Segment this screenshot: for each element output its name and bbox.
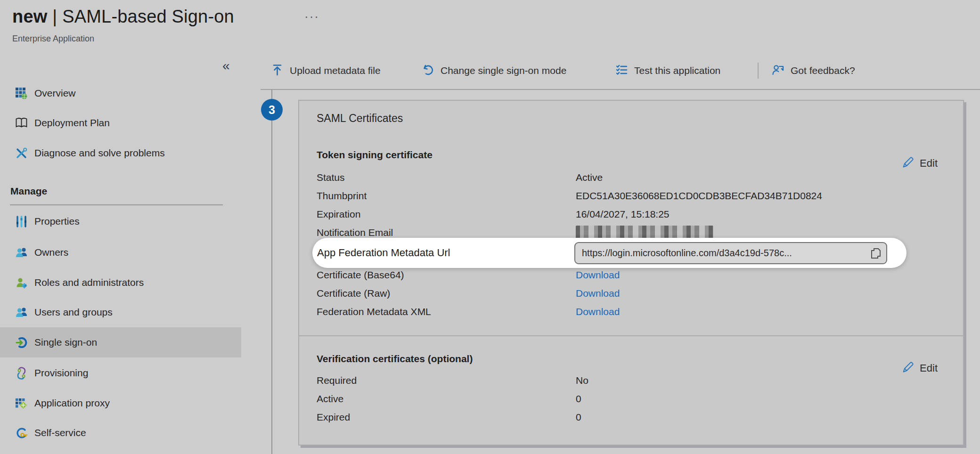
download-link[interactable]: Download	[576, 288, 620, 299]
row-label: Expiration	[317, 209, 576, 220]
sidebar-item-label: Application proxy	[34, 397, 110, 409]
sidebar-item-properties[interactable]: Properties	[0, 206, 241, 236]
sidebar-item-provisioning[interactable]: Provisioning	[0, 358, 241, 388]
row-label: Certificate (Raw)	[317, 288, 576, 299]
sidebar-manage-header: Manage	[10, 186, 152, 197]
sidebar-item-label: Roles and administrators	[34, 277, 144, 288]
sidebar: Overview Deployment Plan Diagnose and so…	[0, 0, 241, 454]
sidebar-item-label: Diagnose and solve problems	[34, 147, 165, 159]
metadata-url-field-wrap	[574, 242, 887, 264]
properties-icon	[15, 215, 28, 228]
row-active: Active 0	[317, 389, 946, 408]
row-label: App Federation Metadata Url	[317, 247, 574, 259]
metadata-url-input[interactable]	[575, 243, 886, 263]
step-3-badge: 3	[261, 99, 283, 121]
self-service-icon	[15, 427, 28, 439]
single-sign-on-icon	[15, 336, 28, 349]
toolbar-divider	[261, 89, 980, 90]
row-status: Status Active	[317, 168, 946, 186]
application-proxy-icon	[15, 397, 28, 410]
row-thumbprint: Thumbprint EDC51A30E36068ED1CD0CDB3BECFA…	[317, 186, 946, 205]
sidebar-item-overview[interactable]: Overview	[0, 78, 241, 108]
feedback-person-icon	[772, 64, 784, 78]
row-certificate-raw: Certificate (Raw) Download	[317, 284, 946, 302]
verification-certificates-heading: Verification certificates (optional)	[317, 353, 473, 365]
sidebar-item-owners[interactable]: Owners	[0, 237, 241, 268]
sidebar-item-label: Overview	[34, 88, 76, 99]
toolbar-feedback-button[interactable]: Got feedback?	[772, 60, 855, 81]
owners-icon	[15, 246, 28, 259]
row-expiration: Expiration 16/04/2027, 15:18:25	[317, 205, 946, 223]
users-groups-icon	[15, 306, 28, 319]
download-link[interactable]: Download	[576, 269, 620, 281]
redacted-email-value	[576, 226, 713, 240]
row-value: EDC51A30E36068ED1CD0CDB3BECFAD34B71D0824	[576, 190, 822, 202]
sidebar-item-deployment-plan[interactable]: Deployment Plan	[0, 108, 241, 138]
sidebar-item-self-service[interactable]: Self-service	[0, 418, 241, 448]
roles-icon	[15, 276, 28, 289]
sidebar-item-application-proxy[interactable]: Application proxy	[0, 388, 241, 418]
row-value: 16/04/2027, 15:18:25	[576, 209, 670, 220]
download-link[interactable]: Download	[576, 306, 620, 317]
sidebar-item-label: Owners	[34, 247, 68, 258]
sidebar-divider	[10, 204, 223, 205]
app-federation-metadata-url-row: App Federation Metadata Url	[312, 238, 906, 268]
row-label: Active	[317, 393, 576, 405]
copy-icon[interactable]	[869, 247, 882, 260]
sidebar-item-roles[interactable]: Roles and administrators	[0, 268, 241, 298]
row-label: Thumbprint	[317, 190, 576, 202]
toolbar-item-label: Test this application	[634, 65, 720, 76]
panel-title: SAML Certificates	[317, 112, 403, 125]
row-value: 0	[576, 393, 581, 405]
toolbar-separator	[758, 63, 759, 79]
sidebar-item-label: Users and groups	[34, 307, 113, 318]
sidebar-item-label: Self-service	[34, 427, 86, 438]
checklist-icon	[615, 64, 628, 78]
sidebar-item-single-sign-on[interactable]: Single sign-on	[0, 327, 241, 357]
deployment-plan-icon	[15, 117, 28, 130]
saml-certificates-panel: SAML Certificates Token signing certific…	[298, 100, 964, 446]
row-label: Federation Metadata XML	[317, 306, 576, 317]
token-signing-heading: Token signing certificate	[317, 149, 433, 161]
section-divider	[299, 335, 963, 336]
diagnose-icon	[15, 147, 28, 160]
step-timeline	[271, 89, 272, 454]
row-value: 0	[576, 412, 581, 423]
toolbar-upload-metadata-button[interactable]: Upload metadata file	[271, 60, 381, 81]
provisioning-icon	[15, 367, 28, 380]
row-federation-metadata-xml: Federation Metadata XML Download	[317, 302, 946, 321]
toolbar-item-label: Got feedback?	[791, 65, 855, 76]
toolbar-test-application-button[interactable]: Test this application	[615, 60, 720, 81]
upload-icon	[271, 64, 284, 78]
row-required: Required No	[317, 371, 946, 389]
undo-arrow-icon	[422, 64, 434, 78]
sidebar-item-label: Properties	[34, 216, 80, 227]
edit-label: Edit	[920, 157, 938, 170]
toolbar-change-sso-mode-button[interactable]: Change single sign-on mode	[422, 60, 566, 81]
azure-portal-page: new | SAML-based Sign-on ··· Enterprise …	[0, 0, 980, 454]
row-expired: Expired 0	[317, 408, 946, 426]
toolbar-item-label: Upload metadata file	[290, 65, 381, 76]
row-value: Active	[576, 172, 603, 183]
toolbar-item-label: Change single sign-on mode	[441, 65, 566, 76]
row-label: Expired	[317, 412, 576, 423]
sidebar-item-users-groups[interactable]: Users and groups	[0, 297, 241, 327]
row-label: Status	[317, 172, 576, 183]
sidebar-item-label: Deployment Plan	[34, 117, 110, 129]
sidebar-item-label: Provisioning	[34, 367, 88, 379]
row-label: Certificate (Base64)	[317, 269, 576, 281]
more-menu-icon[interactable]: ···	[304, 9, 319, 24]
row-label: Required	[317, 375, 576, 386]
row-label: Notification Email	[317, 227, 576, 238]
overview-icon	[15, 87, 28, 100]
sidebar-item-label: Single sign-on	[34, 337, 97, 348]
row-value: No	[576, 375, 588, 386]
sidebar-item-diagnose[interactable]: Diagnose and solve problems	[0, 138, 241, 168]
row-certificate-base64: Certificate (Base64) Download	[317, 266, 946, 284]
